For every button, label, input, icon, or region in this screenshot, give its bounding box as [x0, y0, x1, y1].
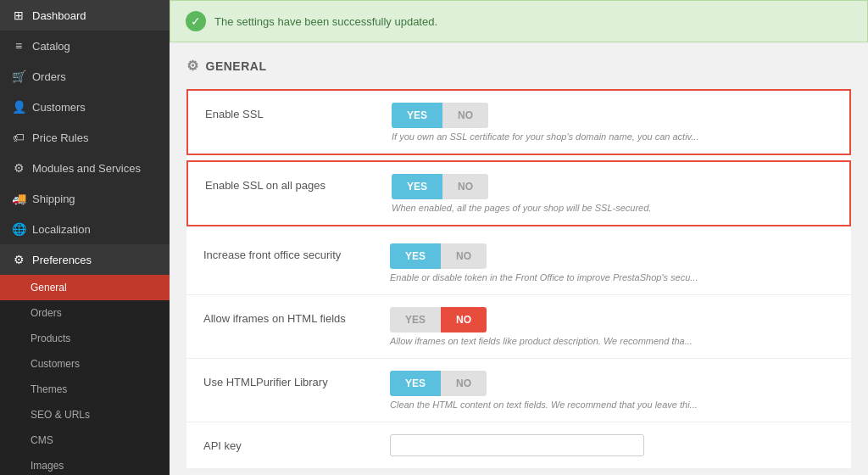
iframes-toggle: YES NO	[390, 307, 834, 332]
section-title-text: GENERAL	[206, 59, 267, 73]
front-office-security-desc: Enable or disable token in the Front Off…	[390, 272, 834, 282]
sidebar-sub-item-general[interactable]: General	[0, 275, 170, 300]
setting-row-html-purifier: Use HTMLPurifier Library YES NO Clean th…	[186, 359, 851, 422]
iframes-control: YES NO Allow iframes on text fields like…	[390, 307, 834, 346]
html-purifier-yes-button[interactable]: YES	[390, 371, 441, 396]
enable-ssl-desc: If you own an SSL certificate for your s…	[392, 131, 832, 142]
main-content: ✓ The settings have been successfully up…	[170, 0, 868, 475]
sidebar-sub-item-themes[interactable]: Themes	[0, 377, 170, 402]
api-key-input[interactable]	[390, 434, 644, 456]
front-office-security-control: YES NO Enable or disable token in the Fr…	[390, 243, 834, 282]
sidebar-item-label: Orders	[32, 70, 66, 83]
front-office-security-toggle: YES NO	[390, 243, 834, 269]
dashboard-icon: ⊞	[12, 8, 25, 22]
enable-ssl-yes-button[interactable]: YES	[392, 103, 442, 128]
success-banner: ✓ The settings have been successfully up…	[170, 0, 868, 42]
enable-ssl-label: Enable SSL	[205, 103, 392, 120]
sidebar-item-label: Localization	[32, 223, 91, 236]
gear-icon: ⚙	[186, 58, 199, 74]
sidebar-item-customers[interactable]: 👤 Customers	[0, 92, 170, 122]
html-purifier-toggle: YES NO	[390, 371, 834, 396]
sidebar-sub-item-cms[interactable]: CMS	[0, 428, 170, 453]
front-office-security-yes-button[interactable]: YES	[390, 243, 441, 269]
sidebar-sub-item-images[interactable]: Images	[0, 453, 170, 475]
api-key-label: API key	[203, 434, 390, 452]
enable-ssl-no-button[interactable]: NO	[442, 103, 488, 128]
sidebar-item-label: Price Rules	[32, 131, 88, 144]
shipping-icon: 🚚	[12, 192, 25, 205]
sidebar-sub-item-seo-urls[interactable]: SEO & URLs	[0, 402, 170, 428]
setting-row-iframes: Allow iframes on HTML fields YES NO Allo…	[186, 295, 851, 359]
setting-row-enable-ssl: Enable SSL YES NO If you own an SSL cert…	[186, 89, 851, 155]
sidebar-item-preferences[interactable]: ⚙ Preferences	[0, 244, 170, 275]
iframes-yes-button[interactable]: YES	[390, 307, 441, 332]
settings-table: Enable SSL YES NO If you own an SSL cert…	[186, 89, 851, 469]
enable-ssl-all-toggle: YES NO	[392, 174, 832, 199]
enable-ssl-all-desc: When enabled, all the pages of your shop…	[392, 203, 832, 213]
sidebar-sub-item-products[interactable]: Products	[0, 326, 170, 351]
setting-row-front-office-security: Increase front office security YES NO En…	[186, 232, 851, 295]
enable-ssl-all-control: YES NO When enabled, all the pages of yo…	[392, 174, 832, 213]
html-purifier-desc: Clean the HTML content on text fields. W…	[390, 400, 834, 410]
enable-ssl-all-yes-button[interactable]: YES	[392, 174, 442, 199]
preferences-submenu: General Orders Products Customers Themes…	[0, 275, 170, 475]
localization-icon: 🌐	[12, 222, 25, 236]
sidebar-item-label: Customers	[32, 101, 86, 114]
iframes-label: Allow iframes on HTML fields	[203, 307, 390, 325]
modules-icon: ⚙	[12, 161, 25, 175]
sidebar-item-label: Preferences	[32, 254, 92, 266]
sidebar-item-catalog[interactable]: ≡ Catalog	[0, 31, 170, 61]
sidebar-sub-item-orders[interactable]: Orders	[0, 300, 170, 326]
content-area: ⚙ GENERAL Enable SSL YES NO If you own a…	[170, 42, 868, 475]
api-key-control	[390, 434, 834, 456]
enable-ssl-control: YES NO If you own an SSL certificate for…	[392, 103, 832, 142]
front-office-security-label: Increase front office security	[203, 243, 390, 261]
front-office-security-no-button[interactable]: NO	[441, 243, 487, 269]
catalog-icon: ≡	[12, 39, 25, 53]
sidebar-item-localization[interactable]: 🌐 Localization	[0, 214, 170, 244]
preferences-icon: ⚙	[12, 253, 25, 266]
sidebar-sub-item-customers[interactable]: Customers	[0, 351, 170, 377]
sidebar-item-shipping[interactable]: 🚚 Shipping	[0, 183, 170, 214]
sidebar-item-label: Modules and Services	[32, 162, 141, 175]
customers-icon: 👤	[12, 100, 25, 114]
iframes-no-button[interactable]: NO	[441, 307, 487, 332]
success-message: The settings have been successfully upda…	[214, 15, 437, 28]
setting-row-enable-ssl-all: Enable SSL on all pages YES NO When enab…	[186, 160, 851, 226]
sidebar-item-modules[interactable]: ⚙ Modules and Services	[0, 153, 170, 183]
sidebar: ⊞ Dashboard ≡ Catalog 🛒 Orders 👤 Custome…	[0, 0, 170, 475]
sidebar-item-label: Catalog	[32, 40, 70, 53]
html-purifier-no-button[interactable]: NO	[441, 371, 487, 396]
sidebar-item-label: Shipping	[32, 193, 75, 205]
enable-ssl-all-no-button[interactable]: NO	[442, 174, 488, 199]
enable-ssl-toggle: YES NO	[392, 103, 832, 128]
html-purifier-control: YES NO Clean the HTML content on text fi…	[390, 371, 834, 410]
orders-icon: 🛒	[12, 70, 25, 83]
sidebar-item-price-rules[interactable]: 🏷 Price Rules	[0, 122, 170, 153]
setting-row-api-key: API key	[186, 422, 851, 469]
sidebar-item-label: Dashboard	[32, 9, 86, 22]
section-title: ⚙ GENERAL	[186, 58, 851, 74]
sidebar-item-dashboard[interactable]: ⊞ Dashboard	[0, 0, 170, 31]
iframes-desc: Allow iframes on text fields like produc…	[390, 336, 834, 346]
success-icon: ✓	[186, 11, 206, 31]
sidebar-item-orders[interactable]: 🛒 Orders	[0, 61, 170, 92]
enable-ssl-all-label: Enable SSL on all pages	[205, 174, 392, 192]
html-purifier-label: Use HTMLPurifier Library	[203, 371, 390, 388]
price-rules-icon: 🏷	[12, 131, 25, 144]
